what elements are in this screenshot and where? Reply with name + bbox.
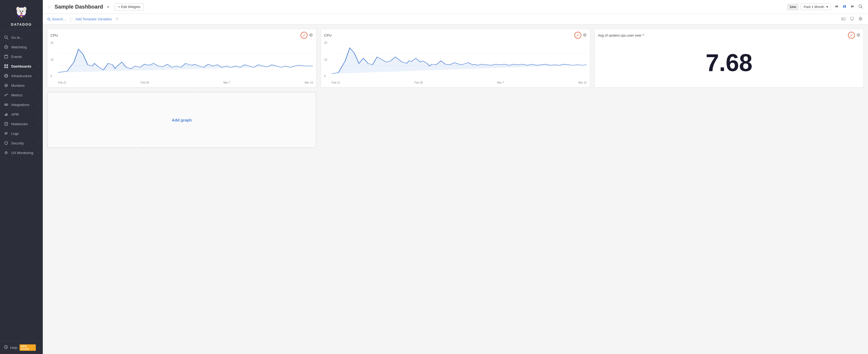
avg-cpu-widget-settings-button[interactable] — [857, 33, 860, 38]
svg-line-13 — [7, 38, 8, 39]
avg-cpu-widget-title: Avg of system.cpu.user over * — [598, 33, 846, 37]
x-label-feb21: Feb 21 — [58, 81, 66, 84]
svg-rect-22 — [6, 67, 8, 68]
svg-rect-58 — [850, 17, 854, 20]
dashboards-icon — [4, 64, 8, 69]
time-range-label: Past 1 Month — [804, 5, 824, 9]
monitors-icon — [4, 83, 8, 88]
sidebar-item-infrastructure[interactable]: Infrastructure › — [0, 71, 43, 81]
search-icon — [47, 17, 51, 21]
title-dropdown-icon[interactable]: ▾ — [107, 5, 109, 9]
svg-rect-20 — [6, 64, 8, 66]
time-range-dropdown-icon: ▾ — [826, 5, 828, 9]
help-question-icon[interactable]: ? — [116, 17, 118, 21]
add-graph-label[interactable]: Add graph — [172, 118, 192, 122]
svg-text:D: D — [21, 16, 22, 17]
y2-label-10: 10 — [324, 58, 331, 61]
x-label-mar14: Mar 14 — [305, 81, 313, 84]
security-chevron: › — [38, 142, 39, 145]
sidebar-item-dashboards[interactable]: Dashboards › — [0, 61, 43, 71]
svg-point-7 — [21, 12, 22, 13]
integrations-label: Integrations — [11, 103, 29, 107]
x2-label-mar14: Mar 14 — [579, 81, 587, 84]
cpu-widget-1-edit-button[interactable] — [301, 32, 308, 39]
cpu-widget-1-settings-button[interactable] — [309, 33, 313, 38]
svg-point-39 — [5, 152, 7, 153]
infrastructure-chevron: › — [38, 74, 39, 77]
sidebar-item-integrations[interactable]: Integrations › — [0, 100, 43, 109]
svg-marker-44 — [836, 5, 838, 8]
svg-rect-16 — [4, 55, 8, 58]
main-content: ☆ Sample Dashboard ▾ + Edit Widgets 1mo … — [43, 0, 868, 354]
metrics-chevron: › — [38, 94, 39, 97]
svg-rect-53 — [841, 17, 845, 20]
cpu-widget-2-body: 0 10 20 Feb 21 Feb 28 Mar 7 Mar 14 — [321, 40, 590, 87]
sidebar-item-ux-monitoring[interactable]: UX Monitoring › — [0, 148, 43, 157]
sidebar-item-metrics[interactable]: Metrics › — [0, 90, 43, 100]
cpu-widget-2-edit-button[interactable] — [575, 32, 581, 39]
footer-chevron: › — [38, 346, 39, 350]
monitor-display-icon[interactable] — [849, 15, 855, 23]
svg-line-52 — [50, 20, 51, 21]
time-range-selector[interactable]: Past 1 Month ▾ — [801, 3, 831, 10]
dashboards-label: Dashboards — [11, 64, 31, 68]
dashboard-title: Sample Dashboard — [55, 4, 103, 10]
avg-cpu-widget-edit-button[interactable] — [848, 32, 855, 39]
watchdog-icon — [4, 44, 8, 49]
keyboard-icon[interactable] — [840, 15, 847, 23]
sidebar-item-goto[interactable]: Go to... — [0, 33, 43, 42]
svg-text:?: ? — [5, 346, 7, 349]
svg-rect-32 — [6, 113, 7, 115]
ux-monitoring-chevron: › — [38, 151, 39, 154]
avg-cpu-widget: Avg of system.cpu.user over * 7.68 — [594, 29, 864, 87]
sidebar-footer[interactable]: ? Help NEW STUFF › — [0, 341, 43, 354]
sidebar-item-monitors[interactable]: Monitors › — [0, 81, 43, 90]
search-link[interactable]: Search... — [47, 17, 66, 21]
svg-rect-27 — [4, 104, 6, 105]
svg-marker-43 — [835, 5, 836, 8]
widgets-grid: CPU — [47, 29, 864, 148]
notebooks-icon — [4, 121, 8, 126]
sidebar-item-watchdog[interactable]: Watchdog — [0, 42, 43, 52]
y2-label-0: 0 — [324, 75, 331, 78]
goto-icon — [4, 35, 8, 40]
topbar-search-button[interactable] — [857, 3, 864, 11]
apm-label: APM — [11, 112, 19, 116]
infrastructure-label: Infrastructure — [11, 74, 32, 78]
svg-point-72 — [858, 34, 859, 36]
settings-icon[interactable] — [857, 15, 864, 23]
sidebar-item-security[interactable]: Security › — [0, 138, 43, 148]
svg-point-67 — [584, 34, 585, 36]
next-button[interactable] — [849, 3, 856, 11]
cpu-widget-2: CPU — [321, 29, 590, 87]
add-graph-placeholder[interactable]: Add graph — [47, 92, 316, 148]
metrics-icon — [4, 93, 8, 98]
svg-point-40 — [4, 151, 8, 154]
svg-rect-45 — [843, 5, 844, 8]
prev-button[interactable] — [833, 3, 840, 11]
events-icon — [4, 54, 8, 59]
apm-chevron: › — [38, 113, 39, 116]
sidebar-item-logs[interactable]: Logs › — [0, 129, 43, 138]
svg-rect-28 — [6, 104, 8, 105]
add-template-link[interactable]: Add Template Variables — [75, 17, 112, 21]
sidebar-item-notebooks[interactable]: Notebooks › — [0, 119, 43, 129]
brand-name: DATADOG — [11, 23, 32, 27]
search-label: Search... — [52, 17, 66, 21]
logs-label: Logs — [11, 132, 19, 136]
time-badge: 1mo — [787, 4, 799, 10]
goto-label: Go to... — [11, 36, 23, 39]
avg-cpu-value: 7.68 — [598, 41, 860, 84]
star-icon[interactable]: ☆ — [47, 4, 51, 10]
sidebar-item-events[interactable]: Events — [0, 52, 43, 61]
topbar: ☆ Sample Dashboard ▾ + Edit Widgets 1mo … — [43, 0, 868, 14]
help-icon: ? — [4, 345, 8, 350]
cpu-widget-2-settings-button[interactable] — [583, 33, 587, 38]
pause-button[interactable] — [841, 3, 848, 11]
edit-widgets-button[interactable]: + Edit Widgets — [115, 3, 144, 10]
infrastructure-icon — [4, 73, 8, 78]
sidebar-logo: D DATADOG — [0, 0, 43, 30]
help-label: Help — [10, 346, 18, 350]
sidebar-item-apm[interactable]: APM › — [0, 109, 43, 119]
dashboard-area: CPU — [43, 25, 868, 354]
